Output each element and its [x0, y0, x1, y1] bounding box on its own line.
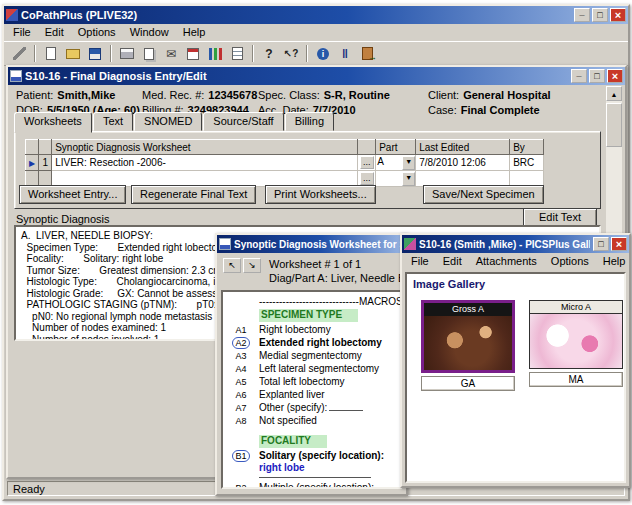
worksheet-counter: Worksheet # 1 of 1: [269, 258, 361, 270]
mail-icon[interactable]: [160, 44, 182, 64]
gallery-menubar: File Edit Attachments Options Help: [402, 253, 629, 270]
menu-attachments[interactable]: Attachments: [469, 254, 544, 269]
section-header-focality: FOCALITY: [259, 435, 327, 448]
worksheet-item-a7[interactable]: A7Other (specify):: [223, 401, 400, 414]
exit-icon[interactable]: [356, 44, 378, 64]
save-next-specimen-button[interactable]: Save/Next Specimen: [423, 185, 544, 204]
print-icon[interactable]: [116, 44, 138, 64]
client-label: Client:: [428, 89, 459, 101]
image-gallery-label: Image Gallery: [413, 278, 485, 290]
thumbnail-micro-a[interactable]: Micro A MA: [529, 300, 623, 387]
micro-image[interactable]: [530, 314, 622, 368]
thumbnail-caption: GA: [421, 376, 515, 391]
worksheet-option-list[interactable]: ------------------------------MACROSCOPI…: [221, 290, 402, 489]
tab-worksheets[interactable]: Worksheets: [14, 112, 92, 133]
chevron-down-icon[interactable]: [402, 156, 415, 170]
toolbar-separator: [34, 45, 36, 62]
menu-edit[interactable]: Edit: [436, 254, 469, 269]
minimize-icon[interactable]: [574, 8, 590, 22]
gross-image[interactable]: [424, 316, 512, 370]
fill-in-line: [329, 402, 363, 411]
row-number: 1: [39, 155, 52, 171]
tab-source-staff[interactable]: Source/Staff: [203, 112, 283, 131]
worksheet-item-a1[interactable]: A1Right lobectomy: [223, 323, 400, 336]
worksheet-item-b1[interactable]: B1Solitary (specify location):: [223, 449, 400, 462]
close-icon[interactable]: [607, 69, 623, 83]
maximize-icon[interactable]: [593, 237, 609, 251]
pause-icon[interactable]: [334, 44, 356, 64]
help-icon[interactable]: [258, 44, 280, 64]
wrench-icon[interactable]: [8, 44, 30, 64]
menu-options[interactable]: Options: [544, 254, 596, 269]
maximize-icon[interactable]: [592, 8, 608, 22]
last-edited-cell: 7/8/2010 12:06: [416, 155, 510, 171]
section-header-specimen-type: SPECIMEN TYPE: [259, 309, 358, 322]
regenerate-final-text-button[interactable]: Regenerate Final Text: [131, 185, 256, 204]
case-label: Case:: [428, 104, 457, 116]
worksheet-item-a8[interactable]: A8Not specified: [223, 414, 400, 427]
app-icon: [6, 9, 18, 21]
menu-edit[interactable]: Edit: [38, 25, 71, 40]
menu-file[interactable]: File: [404, 254, 436, 269]
patient-value: Smith,Mike: [57, 89, 115, 101]
minimize-icon[interactable]: [571, 69, 587, 83]
copy-icon[interactable]: [138, 44, 160, 64]
close-icon[interactable]: [611, 237, 627, 251]
context-help-icon[interactable]: [280, 44, 302, 64]
part-combo[interactable]: [376, 172, 415, 186]
tab-billing[interactable]: Billing: [285, 112, 334, 131]
worksheet-item-b1-value[interactable]: right lobe: [259, 462, 400, 474]
open-folder-icon[interactable]: [62, 44, 84, 64]
menu-window[interactable]: Window: [123, 25, 176, 40]
worksheet-item-a3[interactable]: A3Medial segmentectomy: [223, 349, 400, 362]
thumbnail-gross-a[interactable]: Gross A GA: [421, 300, 515, 391]
prev-worksheet-button[interactable]: [223, 258, 241, 273]
table-row[interactable]: 1 LIVER: Resection -2006- ... A 7/8/2010…: [26, 155, 544, 171]
notes-icon[interactable]: [226, 44, 248, 64]
chevron-down-icon[interactable]: [402, 172, 415, 186]
mrn-value: 12345678: [208, 89, 257, 101]
fill-in-line: [259, 474, 371, 478]
mrn-label: Med. Rec. #:: [142, 89, 204, 101]
calendar-icon[interactable]: [182, 44, 204, 64]
tab-text[interactable]: Text: [93, 112, 133, 131]
close-icon[interactable]: [610, 8, 626, 22]
worksheet-titlebar[interactable]: Synoptic Diagnosis Worksheet for S10: [217, 235, 406, 253]
row-selector-icon: [29, 157, 35, 168]
print-worksheets-button[interactable]: Print Worksheets...: [265, 185, 376, 204]
grid-header-part: Part: [376, 140, 416, 155]
ellipsis-button[interactable]: ...: [360, 156, 374, 169]
worksheet-entry-button[interactable]: Worksheet Entry...: [19, 185, 126, 204]
menu-file[interactable]: File: [6, 25, 38, 40]
next-worksheet-button[interactable]: [243, 258, 261, 273]
document-icon: [219, 238, 231, 250]
scroll-up-icon[interactable]: [606, 86, 622, 101]
main-titlebar[interactable]: CoPathPlus (PLIVE32): [4, 6, 628, 24]
menu-help[interactable]: Help: [176, 25, 213, 40]
worksheet-name-cell[interactable]: LIVER: Resection -2006-: [52, 155, 358, 171]
worksheet-item-b2[interactable]: B2Multiple (specify location):: [223, 481, 400, 489]
worksheet-item-a4[interactable]: A4Left lateral segmentectomy: [223, 362, 400, 375]
worksheet-item-a6[interactable]: A6Explanted liver: [223, 388, 400, 401]
chart-icon[interactable]: [204, 44, 226, 64]
save-icon[interactable]: [84, 44, 106, 64]
worksheet-item-a5[interactable]: A5Total left lobectomy: [223, 375, 400, 388]
info-icon[interactable]: [312, 44, 334, 64]
new-document-icon[interactable]: [40, 44, 62, 64]
maximize-icon[interactable]: [589, 69, 605, 83]
client-value: General Hospital: [463, 89, 550, 101]
scrollbar-thumb[interactable]: [606, 103, 622, 147]
by-cell: BRC: [510, 155, 544, 171]
tab-snomed[interactable]: SNOMED: [134, 112, 202, 131]
part-combo[interactable]: A: [376, 156, 415, 170]
menu-options[interactable]: Options: [71, 25, 123, 40]
final-diagnosis-titlebar[interactable]: S10-16 - Final Diagnosis Entry/Edit: [8, 67, 625, 85]
thumbnail-title: Gross A: [424, 303, 512, 316]
menu-help[interactable]: Help: [596, 254, 632, 269]
main-window: CoPathPlus (PLIVE32) File Edit Options W…: [2, 4, 630, 501]
gallery-titlebar[interactable]: S10-16 (Smith ,Mike) - PICSPlus Gallery …: [402, 235, 629, 253]
ellipsis-button[interactable]: ...: [360, 172, 374, 185]
worksheet-item-a2[interactable]: A2Extended right lobectomy: [223, 336, 400, 349]
synoptic-worksheet-window: Synoptic Diagnosis Worksheet for S10 Wor…: [215, 233, 408, 496]
spec-class-label: Spec. Class:: [258, 89, 320, 101]
